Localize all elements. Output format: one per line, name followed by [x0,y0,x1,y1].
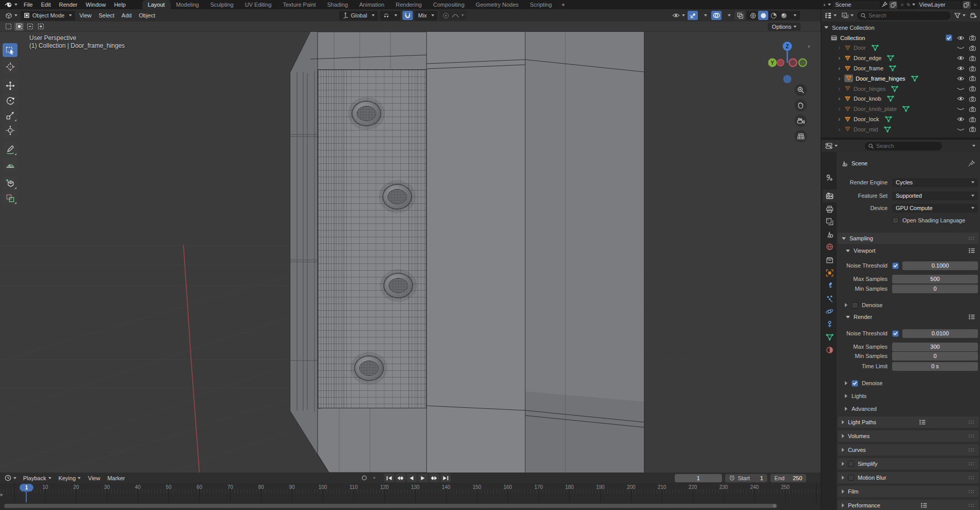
viewport-denoise-row[interactable]: Denoise [837,300,978,310]
jump-to-prev-keyframe-button[interactable] [395,474,405,482]
workspace-tab[interactable]: Modeling [171,0,205,9]
gizmo-neg-z-axis[interactable] [783,75,791,83]
disable-render-camera-icon[interactable] [969,117,976,122]
zoom-button[interactable] [794,84,807,96]
render-noise-threshold-checkbox[interactable] [892,330,899,337]
section-checkbox[interactable] [848,475,854,481]
workspace-tab[interactable]: Sculpting [205,0,239,9]
disable-render-camera-icon[interactable] [969,75,976,81]
drag-handle[interactable] [968,434,975,439]
outliner-editor-type-button[interactable] [823,11,838,21]
gizmo-z-axis[interactable]: Z [783,42,792,51]
drag-handle[interactable] [968,503,975,508]
tab-render[interactable] [823,190,837,202]
viewport-menu-item[interactable]: View [76,12,95,18]
outliner-object-row[interactable]: › Door_knob_plate [821,104,980,114]
pivot-dropdown[interactable] [380,11,400,21]
select-mode-intersect-button[interactable] [36,23,45,31]
properties-options-dropdown[interactable] [972,145,975,147]
hinge-screw[interactable] [355,356,383,380]
outliner-object-row[interactable]: › Door_knob [821,94,980,104]
topbar-menu-item[interactable]: Help [110,0,130,9]
outliner-object-row[interactable]: › Door_hinges [821,84,980,94]
render-subpanel-header[interactable]: Render [838,312,979,322]
render-denoise-row[interactable]: Denoise [837,378,978,388]
viewport-noise-threshold-checkbox[interactable] [892,262,899,269]
editor-type-button[interactable] [3,11,20,21]
properties-section[interactable]: Performance [838,500,979,510]
hinge-screw[interactable] [384,274,412,297]
blender-menu-button[interactable] [3,2,20,8]
jump-to-next-keyframe-button[interactable] [429,474,439,482]
expand-caret[interactable]: › [837,54,842,62]
feature-set-dropdown[interactable]: Supported [892,192,978,200]
outliner-object-row[interactable]: › Door_frame [821,63,980,73]
rotate-tool[interactable] [3,93,17,107]
shading-rendered-button[interactable] [779,11,789,20]
expand-caret[interactable]: › [837,85,842,92]
disable-render-camera-icon[interactable] [969,66,976,71]
options-button[interactable]: Options [768,23,801,31]
tab-object[interactable] [822,267,837,279]
workspace-tab[interactable]: Scripting [524,0,558,9]
hide-eye-open-icon[interactable] [957,66,965,71]
tab-material[interactable] [822,344,837,356]
timeline-ruler[interactable]: 1020304050607080901001101201301401501601… [0,483,821,502]
disable-render-camera-icon[interactable] [969,45,976,51]
tab-output[interactable] [822,203,837,216]
duplicate-tool[interactable] [3,191,17,205]
outliner-object-row[interactable]: › Door_frame_hinges [821,73,980,84]
hide-eye-open-icon[interactable] [957,96,965,101]
viewlayer-browse-icon[interactable] [907,1,915,9]
pin-id-icon[interactable] [968,160,975,167]
tab-tool[interactable] [822,172,837,184]
mode-dropdown[interactable]: Object Mode [21,11,75,21]
osl-checkbox[interactable] [892,217,899,224]
viewport-min-samples-field[interactable]: 0 [892,285,978,293]
topbar-menu-item[interactable]: Render [55,0,82,9]
hide-eye-open-icon[interactable] [957,76,965,81]
drag-handle[interactable] [968,462,975,466]
gizmo-neg-x-axis[interactable] [778,60,784,66]
select-box-tool[interactable] [3,43,17,57]
viewport-menu-item[interactable]: Object [135,12,159,18]
camera-view-button[interactable] [794,115,807,127]
sampling-section-header[interactable]: Sampling [838,233,979,244]
timeline-menu-item[interactable]: Marker [104,475,128,481]
outliner-display-mode-button[interactable] [840,11,855,21]
advanced-subpanel-row[interactable]: Advanced [837,404,978,414]
timeline-scrollbar[interactable] [0,503,821,509]
render-engine-dropdown[interactable]: Cycles [892,178,978,187]
lights-subpanel-row[interactable]: Lights [837,391,978,401]
gizmos-dropdown[interactable] [699,11,710,20]
properties-section[interactable]: Light Paths [838,417,979,428]
render-min-samples-field[interactable]: 0 [892,352,978,361]
workspace-tab[interactable]: Texture Paint [277,0,321,9]
expand-caret[interactable]: › [837,126,842,133]
timeline-editor-type-button[interactable] [2,473,19,483]
expand-caret[interactable]: › [837,65,842,72]
disable-render-camera-icon[interactable] [969,35,976,41]
move-tool[interactable] [3,79,17,92]
gizmo-x-axis[interactable] [789,59,797,67]
select-mode-new-button[interactable] [4,23,13,31]
outliner-search[interactable] [857,11,951,20]
frame-end-field[interactable]: End 250 [770,474,806,482]
properties-section[interactable]: Curves [838,444,979,456]
keying-dropdown[interactable] [371,474,378,482]
tab-modifiers[interactable] [822,279,837,292]
pin-icon[interactable] [881,2,887,8]
scale-tool[interactable] [3,108,17,122]
drag-handle[interactable] [968,476,975,480]
current-frame-field[interactable]: 1 [675,474,722,482]
hide-eye-open-icon[interactable] [957,55,965,61]
sidebar-collapse-arrow[interactable]: ‹ [808,42,810,50]
scene-collection-row[interactable]: Scene Collection [821,23,980,33]
disable-render-camera-icon[interactable] [969,106,976,112]
workspace-tab[interactable]: Animation [354,0,390,9]
preset-icon[interactable] [919,420,926,425]
add-workspace-button[interactable]: + [558,2,569,8]
section-checkbox[interactable] [848,461,854,467]
tab-object-data[interactable] [822,331,837,344]
outliner-filter-button[interactable] [953,11,967,21]
